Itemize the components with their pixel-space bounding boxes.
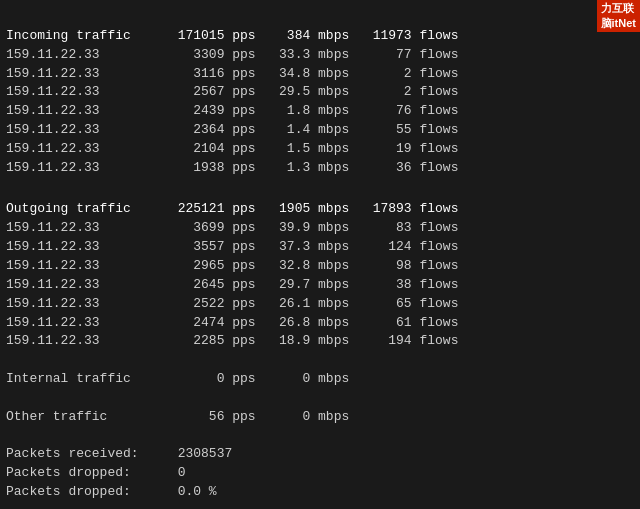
outgoing-header: Outgoing traffic 225121 pps 1905 mbps 17… xyxy=(6,200,634,219)
outgoing-ip-row: 159.11.22.33 2474 pps 26.8 mbps 61 flows xyxy=(6,314,634,333)
watermark: 力互联脑itNet xyxy=(597,0,640,32)
other-traffic-row: Other traffic 56 pps 0 mbps xyxy=(6,408,634,427)
packets-dropped-pct-row: Packets dropped: 0.0 % xyxy=(6,483,634,502)
incoming-header: Incoming traffic 171015 pps 384 mbps 119… xyxy=(6,27,634,46)
outgoing-ip-row: 159.11.22.33 2965 pps 32.8 mbps 98 flows xyxy=(6,257,634,276)
incoming-ip-row: 159.11.22.33 2439 pps 1.8 mbps 76 flows xyxy=(6,102,634,121)
packets-dropped-row: Packets dropped: 0 xyxy=(6,464,634,483)
incoming-ip-row: 159.11.22.33 2104 pps 1.5 mbps 19 flows xyxy=(6,140,634,159)
incoming-ip-row: 159.11.22.33 2567 pps 29.5 mbps 2 flows xyxy=(6,83,634,102)
incoming-ip-row: 159.11.22.33 1938 pps 1.3 mbps 36 flows xyxy=(6,159,634,178)
outgoing-ip-row: 159.11.22.33 2645 pps 29.7 mbps 38 flows xyxy=(6,276,634,295)
incoming-ip-row: 159.11.22.33 2364 pps 1.4 mbps 55 flows xyxy=(6,121,634,140)
terminal-screen: 力互联脑itNet Incoming traffic 171015 pps 38… xyxy=(0,0,640,509)
outgoing-ip-row: 159.11.22.33 2522 pps 26.1 mbps 65 flows xyxy=(6,295,634,314)
outgoing-ip-row: 159.11.22.33 2285 pps 18.9 mbps 194 flow… xyxy=(6,332,634,351)
outgoing-ip-row: 159.11.22.33 3557 pps 37.3 mbps 124 flow… xyxy=(6,238,634,257)
incoming-ip-row: 159.11.22.33 3116 pps 34.8 mbps 2 flows xyxy=(6,65,634,84)
incoming-ip-row: 159.11.22.33 3309 pps 33.3 mbps 77 flows xyxy=(6,46,634,65)
outgoing-ip-row: 159.11.22.33 3699 pps 39.9 mbps 83 flows xyxy=(6,219,634,238)
internal-traffic-row: Internal traffic 0 pps 0 mbps xyxy=(6,370,634,389)
packets-received-row: Packets received: 2308537 xyxy=(6,445,634,464)
